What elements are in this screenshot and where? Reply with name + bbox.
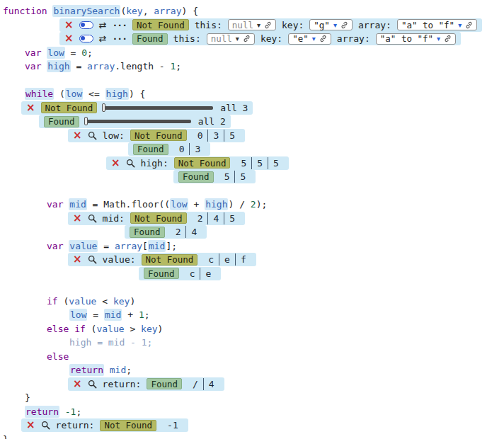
value-cell[interactable]: 2 bbox=[193, 212, 208, 224]
code-line: var value = array[mid]; bbox=[3, 239, 504, 253]
value-cell[interactable]: -1 bbox=[162, 419, 183, 431]
status-badge[interactable]: Found bbox=[132, 33, 168, 45]
status-badge[interactable]: Found bbox=[133, 144, 168, 155]
more-options-icon[interactable]: ··· bbox=[112, 33, 126, 44]
slider-knob[interactable] bbox=[84, 117, 88, 125]
value-cell[interactable]: 5 bbox=[234, 171, 251, 183]
probe-widget: Found55 bbox=[173, 170, 256, 183]
code-token[interactable]: mid bbox=[148, 240, 166, 252]
magnifier-icon[interactable] bbox=[88, 214, 97, 223]
code-token[interactable]: binarySearch bbox=[52, 5, 120, 17]
code-token[interactable]: mid bbox=[69, 198, 86, 210]
chevron-down-icon: ▾ bbox=[458, 21, 462, 29]
magnifier-icon[interactable] bbox=[126, 159, 135, 168]
code-token[interactable]: low bbox=[170, 198, 188, 210]
remove-probe-button[interactable]: × bbox=[73, 379, 82, 389]
value-cell[interactable]: 0 bbox=[193, 130, 208, 142]
swap-calls-icon[interactable]: ⇄ bbox=[99, 33, 107, 44]
key-dropdown[interactable]: "g"▾ bbox=[309, 19, 353, 30]
remove-probe-button[interactable]: × bbox=[73, 213, 82, 224]
status-badge[interactable]: Found bbox=[44, 116, 79, 127]
code-token[interactable]: mid bbox=[104, 309, 122, 321]
value-cell[interactable]: 5 bbox=[224, 130, 240, 142]
status-badge[interactable]: Found bbox=[144, 268, 179, 279]
value-cell[interactable]: 4 bbox=[203, 378, 219, 390]
code-line: var mid = Math.floor((low + high) / 2); bbox=[3, 198, 504, 212]
value-cell[interactable]: c bbox=[203, 253, 219, 266]
iteration-slider[interactable] bbox=[103, 106, 213, 110]
value-cell[interactable]: e bbox=[200, 268, 216, 280]
code-token: ( bbox=[58, 296, 69, 307]
iteration-slider[interactable] bbox=[85, 120, 191, 123]
code-token[interactable]: return bbox=[25, 406, 59, 418]
array-dropdown[interactable]: "a" to "f"▾ bbox=[397, 19, 477, 30]
this-dropdown[interactable]: null▾ bbox=[228, 19, 276, 30]
code-token: ( bbox=[86, 324, 97, 334]
code-token[interactable]: high bbox=[47, 60, 70, 72]
code-token[interactable]: low bbox=[47, 47, 64, 59]
code-token[interactable]: value bbox=[69, 240, 98, 252]
status-badge[interactable]: Found bbox=[130, 227, 165, 238]
status-badge[interactable]: Not Found bbox=[130, 212, 187, 224]
remove-probe-button[interactable]: × bbox=[73, 254, 82, 265]
array-dropdown[interactable]: "a" to "f"▾ bbox=[376, 33, 456, 45]
remove-probe-button[interactable]: × bbox=[73, 130, 82, 141]
value-cell[interactable]: 5 bbox=[219, 171, 235, 183]
key-label: key: bbox=[260, 33, 282, 44]
status-badge[interactable]: Not Found bbox=[174, 157, 231, 169]
magnifier-icon[interactable] bbox=[88, 255, 97, 264]
remove-probe-button[interactable]: × bbox=[64, 20, 74, 30]
magnifier-icon[interactable] bbox=[88, 131, 97, 140]
key-dropdown[interactable]: "e"▾ bbox=[288, 33, 331, 45]
value-cell[interactable]: 5 bbox=[251, 157, 268, 169]
magnifier-icon[interactable] bbox=[88, 380, 97, 389]
value-cell[interactable]: 3 bbox=[189, 143, 205, 155]
value-cell[interactable]: / bbox=[188, 378, 203, 390]
status-badge[interactable]: Not Found bbox=[130, 130, 187, 141]
remove-probe-button[interactable]: × bbox=[64, 33, 74, 44]
code-token: if bbox=[47, 296, 58, 307]
value-cell[interactable]: 5 bbox=[224, 212, 240, 224]
code-token[interactable]: low bbox=[65, 88, 83, 100]
status-badge[interactable]: Not Found bbox=[142, 254, 198, 266]
status-badge[interactable]: Not Found bbox=[41, 102, 98, 113]
value-cell[interactable]: 4 bbox=[207, 212, 224, 224]
swap-calls-icon[interactable]: ⇄ bbox=[99, 20, 107, 30]
code-token[interactable]: high bbox=[105, 88, 129, 100]
code-token[interactable]: high bbox=[205, 198, 228, 210]
probe-label: high: bbox=[141, 158, 168, 169]
magnifier-icon[interactable] bbox=[41, 421, 50, 430]
value-cell[interactable]: f bbox=[235, 253, 251, 266]
code-token[interactable]: return bbox=[69, 364, 104, 376]
value-cell[interactable]: 3 bbox=[207, 130, 224, 142]
link-icon bbox=[444, 35, 452, 42]
link-icon bbox=[243, 35, 251, 42]
value-cell[interactable]: 5 bbox=[236, 157, 251, 169]
enable-toggle[interactable] bbox=[79, 21, 93, 29]
code-token[interactable]: low bbox=[69, 309, 87, 321]
slider-knob[interactable] bbox=[102, 103, 105, 112]
status-badge[interactable]: Found bbox=[147, 378, 182, 389]
remove-probe-button[interactable]: × bbox=[26, 420, 35, 431]
value-cell[interactable]: 4 bbox=[185, 226, 202, 238]
value-cell[interactable]: c bbox=[185, 268, 200, 280]
code-token bbox=[41, 61, 47, 72]
code-token bbox=[69, 324, 74, 334]
status-badge[interactable]: Not Found bbox=[132, 19, 189, 30]
remove-probe-button[interactable]: × bbox=[111, 158, 120, 169]
value-cell[interactable]: 0 bbox=[174, 143, 190, 155]
value-cell[interactable]: e bbox=[219, 253, 235, 266]
status-badge[interactable]: Found bbox=[178, 171, 214, 183]
code-token: ; bbox=[176, 61, 181, 72]
more-options-icon[interactable]: ··· bbox=[112, 20, 126, 30]
code-token: <= bbox=[83, 89, 105, 99]
code-token: [ bbox=[142, 241, 148, 251]
value-cell[interactable]: 5 bbox=[268, 157, 284, 169]
status-badge[interactable]: Not Found bbox=[100, 420, 156, 431]
code-token: .length - bbox=[115, 61, 170, 72]
remove-probe-button[interactable]: × bbox=[26, 103, 35, 113]
enable-toggle[interactable] bbox=[79, 35, 93, 42]
value-cell[interactable]: 2 bbox=[171, 226, 186, 238]
this-dropdown[interactable]: null▾ bbox=[207, 33, 255, 45]
code-token[interactable]: while bbox=[25, 88, 54, 100]
